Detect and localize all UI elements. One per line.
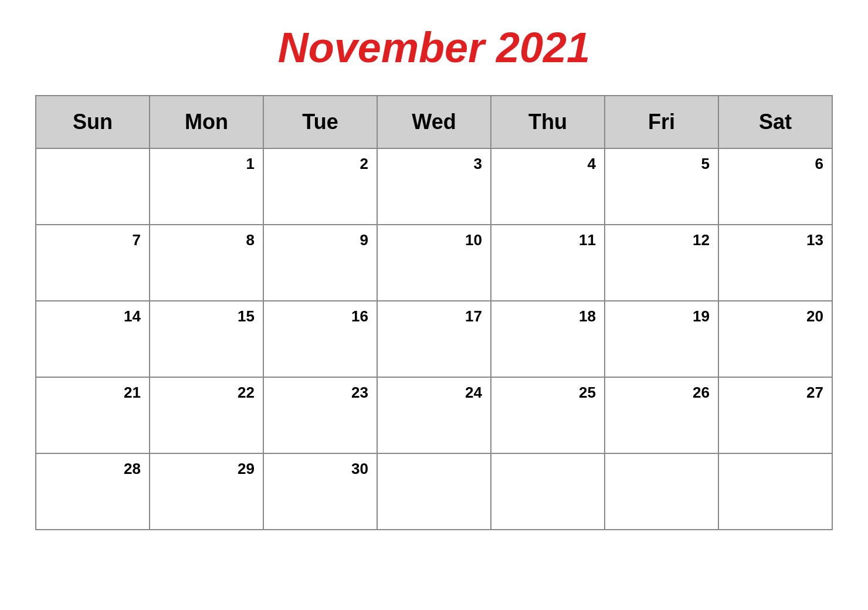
weekday-header-sat: Sat xyxy=(718,96,832,148)
day-number-1: 1 xyxy=(156,155,255,173)
calendar-title: November 2021 xyxy=(278,23,590,72)
day-number-30: 30 xyxy=(270,460,368,478)
day-number-19: 19 xyxy=(611,307,710,326)
weekday-header-sun: Sun xyxy=(36,96,150,148)
calendar-cell-week5-day3 xyxy=(377,453,491,530)
day-number-5: 5 xyxy=(611,155,710,173)
calendar-cell-week2-day4: 11 xyxy=(491,225,605,301)
calendar-cell-week1-day5: 5 xyxy=(605,148,718,225)
calendar-cell-week4-day2: 23 xyxy=(263,377,377,453)
calendar-week-row-1: 123456 xyxy=(36,148,832,225)
calendar-cell-week3-day5: 19 xyxy=(605,301,718,377)
day-number-21: 21 xyxy=(42,384,141,402)
day-number-27: 27 xyxy=(725,384,823,402)
day-number-8: 8 xyxy=(156,231,255,249)
calendar-cell-week4-day6: 27 xyxy=(718,377,832,453)
calendar-week-row-2: 78910111213 xyxy=(36,225,832,301)
calendar-cell-week5-day5 xyxy=(605,453,718,530)
day-number-3: 3 xyxy=(384,155,482,173)
calendar-cell-week3-day4: 18 xyxy=(491,301,605,377)
day-number-15: 15 xyxy=(156,307,255,326)
calendar-cell-week2-day1: 8 xyxy=(150,225,263,301)
calendar-cell-week2-day3: 10 xyxy=(377,225,491,301)
calendar-week-row-4: 21222324252627 xyxy=(36,377,832,453)
calendar-cell-week1-day0 xyxy=(36,148,150,225)
calendar-cell-week4-day0: 21 xyxy=(36,377,150,453)
day-number-20: 20 xyxy=(725,307,823,326)
day-number-18: 18 xyxy=(497,307,596,326)
calendar-cell-week1-day3: 3 xyxy=(377,148,491,225)
calendar-cell-week5-day1: 29 xyxy=(150,453,263,530)
day-number-26: 26 xyxy=(611,384,710,402)
day-number-17: 17 xyxy=(384,307,482,326)
calendar-cell-week2-day2: 9 xyxy=(263,225,377,301)
day-number-24: 24 xyxy=(384,384,482,402)
calendar-cell-week3-day6: 20 xyxy=(718,301,832,377)
day-number-7: 7 xyxy=(42,231,141,249)
calendar-cell-week1-day2: 2 xyxy=(263,148,377,225)
calendar-cell-week5-day0: 28 xyxy=(36,453,150,530)
calendar-cell-week5-day6 xyxy=(718,453,832,530)
weekday-header-row: SunMonTueWedThuFriSat xyxy=(36,96,832,148)
day-number-6: 6 xyxy=(725,155,823,173)
day-number-12: 12 xyxy=(611,231,710,249)
day-number-28: 28 xyxy=(42,460,141,478)
day-number-13: 13 xyxy=(725,231,823,249)
calendar-cell-week5-day4 xyxy=(491,453,605,530)
calendar-cell-week3-day3: 17 xyxy=(377,301,491,377)
day-number-25: 25 xyxy=(497,384,596,402)
weekday-header-mon: Mon xyxy=(150,96,263,148)
day-number-4: 4 xyxy=(497,155,596,173)
calendar-cell-week1-day4: 4 xyxy=(491,148,605,225)
calendar-cell-week4-day5: 26 xyxy=(605,377,718,453)
calendar-cell-week4-day3: 24 xyxy=(377,377,491,453)
day-number-10: 10 xyxy=(384,231,482,249)
day-number-29: 29 xyxy=(156,460,255,478)
calendar-cell-week1-day1: 1 xyxy=(150,148,263,225)
calendar-cell-week3-day2: 16 xyxy=(263,301,377,377)
day-number-11: 11 xyxy=(497,231,596,249)
calendar-week-row-5: 282930 xyxy=(36,453,832,530)
calendar-cell-week3-day1: 15 xyxy=(150,301,263,377)
calendar-cell-week3-day0: 14 xyxy=(36,301,150,377)
day-number-23: 23 xyxy=(270,384,368,402)
weekday-header-tue: Tue xyxy=(263,96,377,148)
day-number-2: 2 xyxy=(270,155,368,173)
day-number-9: 9 xyxy=(270,231,368,249)
calendar-table: SunMonTueWedThuFriSat 123456789101112131… xyxy=(35,95,833,530)
calendar-cell-week2-day0: 7 xyxy=(36,225,150,301)
calendar-cell-week4-day4: 25 xyxy=(491,377,605,453)
calendar-cell-week2-day5: 12 xyxy=(605,225,718,301)
weekday-header-thu: Thu xyxy=(491,96,605,148)
calendar-cell-week5-day2: 30 xyxy=(263,453,377,530)
weekday-header-fri: Fri xyxy=(605,96,718,148)
day-number-22: 22 xyxy=(156,384,255,402)
calendar-cell-week1-day6: 6 xyxy=(718,148,832,225)
weekday-header-wed: Wed xyxy=(377,96,491,148)
calendar-week-row-3: 14151617181920 xyxy=(36,301,832,377)
day-number-16: 16 xyxy=(270,307,368,326)
calendar-cell-week2-day6: 13 xyxy=(718,225,832,301)
day-number-14: 14 xyxy=(42,307,141,326)
calendar-cell-week4-day1: 22 xyxy=(150,377,263,453)
